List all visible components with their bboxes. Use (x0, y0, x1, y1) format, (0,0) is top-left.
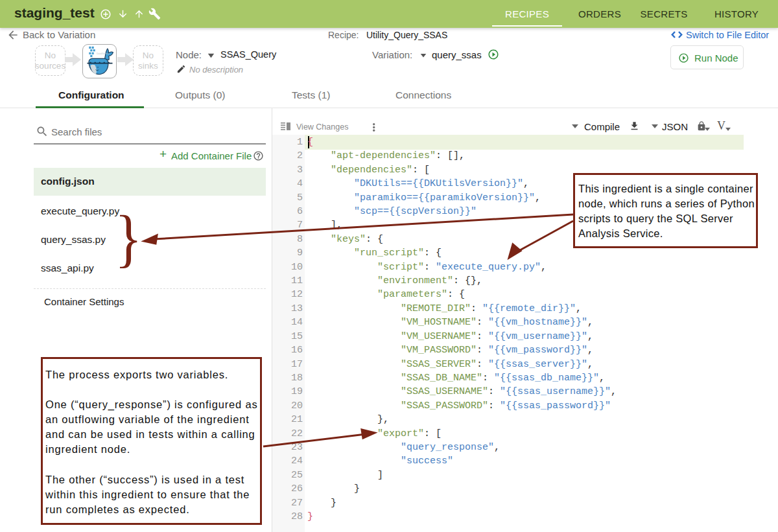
svg-text:DataKitchen: DataKitchen (97, 52, 110, 55)
